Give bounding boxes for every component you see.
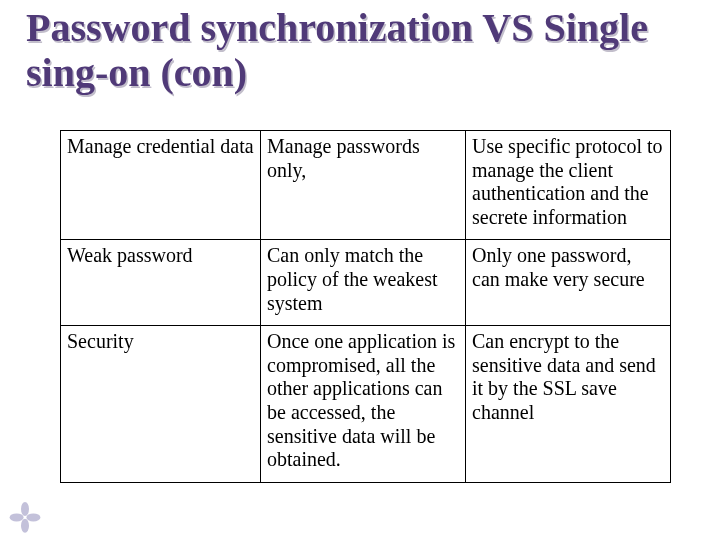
table-row: Security Once one application is comprom…	[61, 326, 671, 483]
comparison-table: Manage credential data Manage passwords …	[60, 130, 671, 483]
cell-sync: Once one application is compromised, all…	[261, 326, 466, 483]
cell-aspect: Weak password	[61, 240, 261, 326]
cell-aspect: Manage credential data	[61, 131, 261, 240]
cell-sync: Manage passwords only,	[261, 131, 466, 240]
cell-sso: Use specific protocol to manage the clie…	[466, 131, 671, 240]
cell-sso: Can encrypt to the sensitive data and se…	[466, 326, 671, 483]
cell-sso: Only one password, can make very secure	[466, 240, 671, 326]
cell-aspect: Security	[61, 326, 261, 483]
flower-decoration-icon	[10, 500, 40, 530]
cell-sync: Can only match the policy of the weakest…	[261, 240, 466, 326]
slide: Password synchronization VS Single sing-…	[0, 0, 720, 540]
table-row: Manage credential data Manage passwords …	[61, 131, 671, 240]
table-row: Weak password Can only match the policy …	[61, 240, 671, 326]
slide-title: Password synchronization VS Single sing-…	[26, 6, 686, 96]
comparison-table-container: Manage credential data Manage passwords …	[60, 130, 670, 483]
